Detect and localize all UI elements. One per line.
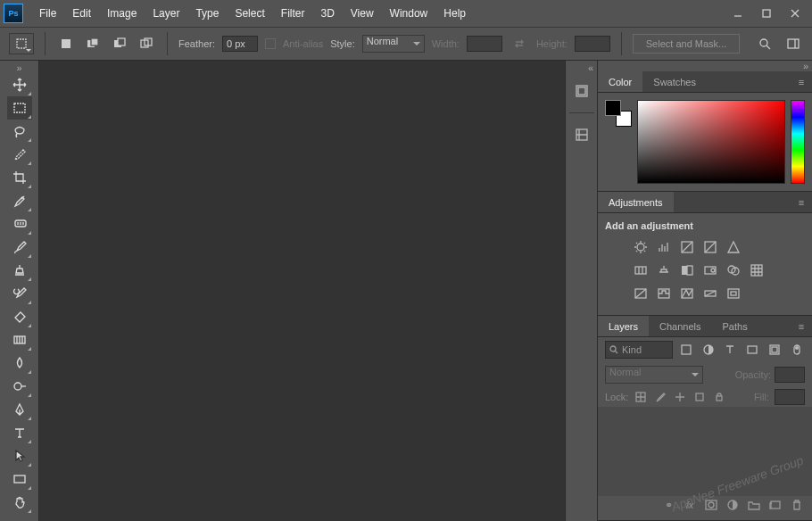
crop-tool[interactable] <box>7 166 32 189</box>
height-input <box>575 36 610 52</box>
svg-rect-39 <box>705 267 716 274</box>
pen-tool[interactable] <box>7 398 32 421</box>
brightness-contrast-icon[interactable] <box>632 238 650 256</box>
tab-layers[interactable]: Layers <box>598 316 649 336</box>
properties-panel-icon[interactable] <box>569 122 594 147</box>
lasso-tool[interactable] <box>7 120 32 143</box>
healing-brush-tool[interactable] <box>7 212 32 236</box>
exposure-icon[interactable] <box>701 238 719 256</box>
menu-help[interactable]: Help <box>436 4 473 23</box>
clone-stamp-tool[interactable] <box>7 259 32 282</box>
panel-menu-icon[interactable]: ≡ <box>791 192 812 212</box>
feather-input[interactable] <box>222 36 258 52</box>
eyedropper-tool[interactable] <box>7 189 32 212</box>
rectangle-tool[interactable] <box>7 467 32 491</box>
color-balance-icon[interactable] <box>655 261 673 279</box>
filter-toggle-icon[interactable] <box>788 341 805 359</box>
select-and-mask-button[interactable]: Select and Mask... <box>633 34 741 54</box>
menu-file[interactable]: File <box>32 4 63 23</box>
move-tool[interactable] <box>7 73 32 96</box>
layers-list[interactable]: AppNee Freeware Group <box>598 407 812 496</box>
close-button[interactable] <box>782 4 808 23</box>
filter-smart-icon[interactable] <box>766 341 783 359</box>
filter-shape-icon[interactable] <box>744 341 761 359</box>
hand-tool[interactable] <box>7 491 32 514</box>
selection-add-icon[interactable] <box>83 34 103 54</box>
curves-icon[interactable] <box>678 238 696 256</box>
levels-icon[interactable] <box>655 238 673 256</box>
selection-new-icon[interactable] <box>56 34 76 54</box>
gradient-tool[interactable] <box>7 328 32 351</box>
lock-artboard-icon[interactable] <box>692 390 707 404</box>
search-icon[interactable] <box>755 34 775 54</box>
dodge-tool[interactable] <box>7 375 32 398</box>
type-tool[interactable] <box>7 421 32 444</box>
adjustments-panel: Adjustments ≡ Add an adjustment <box>598 192 812 316</box>
menu-3d[interactable]: 3D <box>313 4 341 23</box>
vibrance-icon[interactable] <box>725 238 742 256</box>
document-canvas[interactable] <box>39 61 566 521</box>
maximize-button[interactable] <box>753 4 780 23</box>
posterize-icon[interactable] <box>655 285 673 302</box>
selection-subtract-icon[interactable] <box>110 34 129 54</box>
lock-pixels-icon[interactable] <box>653 390 667 404</box>
menu-window[interactable]: Window <box>383 4 435 23</box>
dock-collapse-icon[interactable]: « <box>566 62 597 73</box>
brush-tool[interactable] <box>7 236 32 259</box>
lock-all-icon[interactable] <box>712 390 726 404</box>
tab-channels[interactable]: Channels <box>649 316 711 336</box>
panel-menu-icon[interactable]: ≡ <box>791 316 812 336</box>
lock-position-icon[interactable] <box>673 390 687 404</box>
lock-transparency-icon[interactable] <box>634 390 648 404</box>
hue-saturation-icon[interactable] <box>632 261 650 279</box>
panel-menu-icon[interactable]: ≡ <box>791 71 812 92</box>
minimize-button[interactable] <box>725 4 751 23</box>
channel-mixer-icon[interactable] <box>725 261 742 279</box>
history-panel-icon[interactable] <box>569 79 594 103</box>
new-adjustment-layer-icon[interactable] <box>725 500 741 512</box>
color-field[interactable] <box>637 100 785 184</box>
color-lookup-icon[interactable] <box>748 261 766 279</box>
new-layer-icon[interactable] <box>767 500 783 512</box>
filter-pixel-icon[interactable] <box>678 341 695 359</box>
history-brush-tool[interactable] <box>7 282 32 305</box>
rectangular-marquee-tool[interactable] <box>7 96 32 120</box>
delete-layer-icon[interactable] <box>789 500 805 512</box>
photo-filter-icon[interactable] <box>701 261 719 279</box>
new-group-icon[interactable] <box>746 500 762 512</box>
tab-adjustments[interactable]: Adjustments <box>598 192 674 212</box>
threshold-icon[interactable] <box>678 285 696 302</box>
filter-type-icon[interactable] <box>722 341 739 359</box>
path-selection-tool[interactable] <box>7 444 32 467</box>
tab-swatches[interactable]: Swatches <box>642 71 707 92</box>
menu-view[interactable]: View <box>344 4 381 23</box>
filter-adjustment-icon[interactable] <box>700 341 717 359</box>
panels-expand-bar[interactable]: » <box>598 61 812 71</box>
svg-line-13 <box>766 45 770 49</box>
tab-paths[interactable]: Paths <box>712 316 758 336</box>
invert-icon[interactable] <box>632 285 650 302</box>
menu-filter[interactable]: Filter <box>274 4 312 23</box>
quick-selection-tool[interactable] <box>7 143 32 166</box>
menu-select[interactable]: Select <box>228 4 271 23</box>
black-white-icon[interactable] <box>678 261 696 279</box>
foreground-background-swatch[interactable] <box>605 100 632 127</box>
gradient-map-icon[interactable] <box>701 285 719 302</box>
selection-intersect-icon[interactable] <box>137 34 156 54</box>
tab-color[interactable]: Color <box>598 71 642 92</box>
layer-filter-kind[interactable]: Kind <box>605 341 673 359</box>
tool-preset-picker[interactable] <box>9 33 34 54</box>
toolbox-expand-icon[interactable]: » <box>0 62 38 73</box>
menu-edit[interactable]: Edit <box>65 4 98 23</box>
eraser-tool[interactable] <box>7 305 32 328</box>
menu-type[interactable]: Type <box>188 4 226 23</box>
blur-tool[interactable] <box>7 351 32 375</box>
style-select[interactable]: Normal <box>362 35 425 53</box>
foreground-color-swatch[interactable] <box>605 100 621 116</box>
selective-color-icon[interactable] <box>725 285 742 302</box>
svg-rect-37 <box>682 266 687 275</box>
menu-image[interactable]: Image <box>100 4 144 23</box>
menu-layer[interactable]: Layer <box>145 4 186 23</box>
hue-slider[interactable] <box>791 100 805 184</box>
workspace-switcher-icon[interactable] <box>783 34 803 54</box>
